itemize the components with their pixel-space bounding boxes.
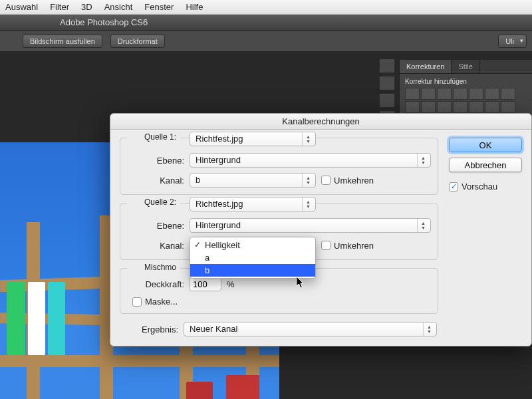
adjust-bw-icon[interactable] [501, 88, 515, 100]
app-titlebar: Adobe Photoshop CS6 [0, 15, 532, 31]
source1-channel-value: b [196, 175, 200, 185]
mask-checkbox[interactable] [132, 297, 142, 307]
channel-option-b[interactable]: b [190, 264, 315, 277]
channel-popup: ✓ Helligkeit a b [190, 237, 316, 279]
print-format-button[interactable]: Druckformat [110, 35, 165, 48]
result-value: Neuer Kanal [190, 324, 237, 334]
tab-stile[interactable]: Stile [452, 60, 479, 73]
dialog-title: Kanalberechnungen [110, 114, 531, 130]
adjust-mixer-icon[interactable] [421, 101, 436, 113]
preview-label: Vorschau [462, 182, 497, 192]
source2-layer-label: Ebene: [127, 221, 184, 231]
source1-channel-label: Kanal: [127, 176, 184, 186]
adjust-lookup-icon[interactable] [437, 101, 452, 113]
source1-invert-checkbox[interactable] [321, 176, 331, 185]
source1-label: Quelle 1: [144, 132, 176, 142]
adjust-vibrance-icon[interactable] [469, 88, 483, 100]
menu-hilfe[interactable]: Hilfe [186, 2, 203, 12]
source1-file-value: Richtfest.jpg [196, 134, 243, 144]
channel-option-a[interactable]: a [190, 251, 315, 264]
source2-group: Quelle 2: Richtfest.jpg ▲▼ Ebene: Hinter… [120, 203, 438, 260]
dialog-opacity-label: Deckkraft: [127, 279, 184, 289]
calculations-dialog: Kanalberechnungen Quelle 1: Richtfest.jp… [110, 113, 532, 346]
source2-layer-value: Hintergrund [196, 220, 241, 230]
source2-file-value: Richtfest.jpg [196, 199, 243, 209]
source1-layer-value: Hintergrund [196, 155, 241, 165]
dialog-opacity-input[interactable] [190, 277, 221, 291]
adjust-invert-icon[interactable] [453, 101, 467, 113]
source1-invert-label: Umkehren [334, 176, 374, 186]
panel-icon-1[interactable] [379, 59, 395, 73]
source2-file-select[interactable]: Richtfest.jpg ▲▼ [190, 197, 316, 211]
tab-korrekturen[interactable]: Korrekturen [400, 60, 452, 73]
channel-option-helligkeit[interactable]: ✓ Helligkeit [190, 239, 315, 251]
source1-file-select[interactable]: Richtfest.jpg ▲▼ [190, 132, 316, 146]
source2-label: Quelle 2: [144, 198, 176, 207]
user-menu[interactable]: Uli [498, 35, 527, 48]
source2-channel-label: Kanal: [127, 241, 184, 251]
panel-icon-3[interactable] [379, 93, 395, 108]
menu-fenster[interactable]: Fenster [144, 2, 174, 12]
fit-screen-button[interactable]: Bildschirm ausfüllen [23, 35, 102, 48]
menu-auswahl[interactable]: Auswahl [5, 2, 38, 12]
cancel-button[interactable]: Abbrechen [449, 158, 522, 172]
adjust-selective-icon[interactable] [501, 101, 515, 113]
options-bar: Bildschirm ausfüllen Druckformat Uli [0, 31, 532, 52]
check-icon: ✓ [194, 240, 201, 249]
menu-3d[interactable]: 3D [81, 2, 92, 12]
blend-label: Mischmo [144, 263, 176, 272]
result-select[interactable]: Neuer Kanal ▲▼ [184, 322, 437, 336]
source2-invert-label: Umkehren [334, 241, 374, 251]
menu-filter[interactable]: Filter [50, 2, 69, 12]
mask-label: Maske... [145, 297, 178, 307]
panel-icon-2[interactable] [379, 76, 395, 90]
source1-layer-label: Ebene: [127, 156, 184, 166]
result-label: Ergebnis: [121, 325, 178, 334]
add-adjustment-label: Korrektur hinzufügen [405, 78, 527, 85]
opacity-unit: % [227, 279, 235, 289]
menu-ansicht[interactable]: Ansicht [104, 2, 133, 12]
source2-layer-select[interactable]: Hintergrund ▲▼ [190, 218, 431, 233]
source1-channel-select[interactable]: b ▲▼ [190, 173, 316, 188]
adjust-posterize-icon[interactable] [469, 101, 483, 113]
adjust-brightness-icon[interactable] [405, 88, 420, 100]
app-title: Adobe Photoshop CS6 [60, 17, 148, 27]
adjust-threshold-icon[interactable] [485, 101, 499, 113]
adjust-photo-filter-icon[interactable] [405, 101, 420, 113]
source1-group: Quelle 1: Richtfest.jpg ▲▼ Ebene: Hinter… [120, 138, 438, 195]
adjust-hue-icon[interactable] [485, 88, 499, 100]
adjust-curves-icon[interactable] [437, 88, 452, 100]
source1-layer-select[interactable]: Hintergrund ▲▼ [190, 153, 431, 168]
os-menubar: Auswahl Filter 3D Ansicht Fenster Hilfe [0, 0, 532, 15]
preview-checkbox[interactable]: ✓ [449, 182, 458, 192]
adjust-exposure-icon[interactable] [453, 88, 467, 100]
adjust-levels-icon[interactable] [421, 88, 436, 100]
ok-button[interactable]: OK [449, 138, 522, 152]
source2-invert-checkbox[interactable] [321, 241, 331, 250]
